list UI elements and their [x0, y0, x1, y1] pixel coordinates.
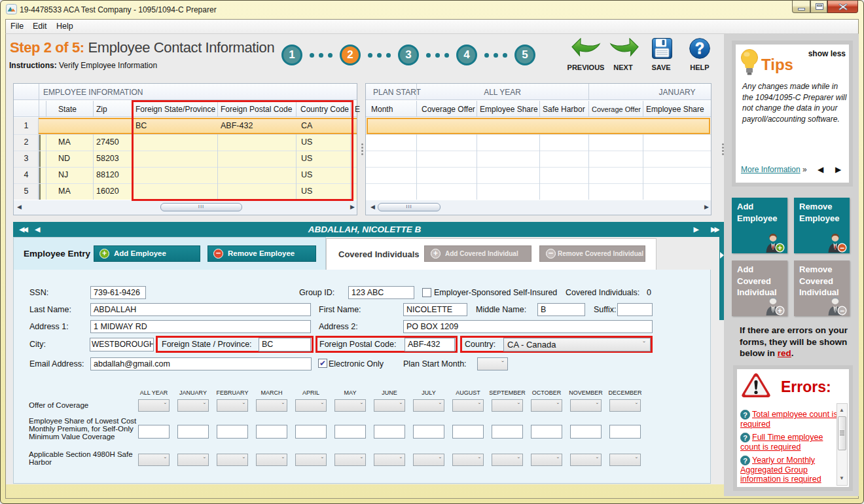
svg-text:+: +: [778, 306, 782, 315]
svg-text:+: +: [778, 243, 782, 253]
svg-text:−: −: [840, 306, 844, 315]
svg-text:?: ?: [695, 40, 704, 57]
svg-text:−: −: [840, 243, 844, 253]
